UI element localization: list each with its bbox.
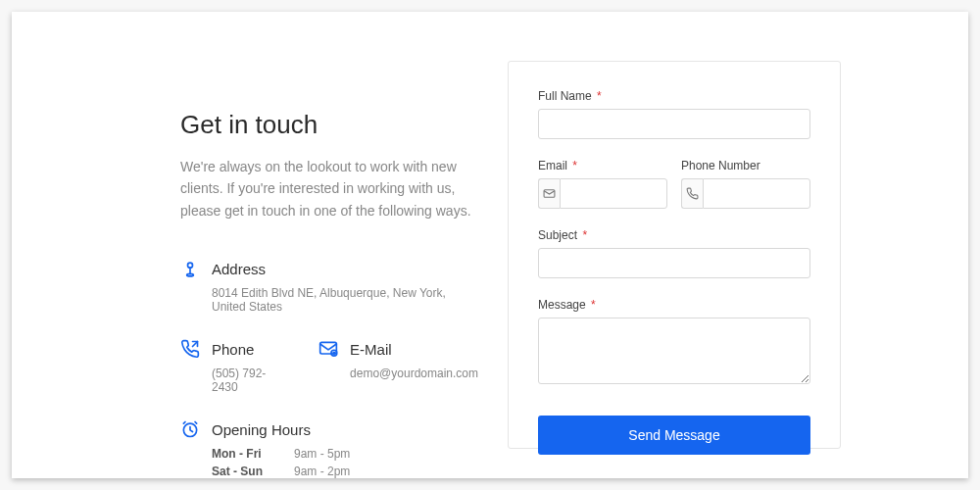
email-field-wrap: Email * bbox=[538, 159, 667, 209]
phone-title: Phone bbox=[212, 341, 254, 358]
hours-block: Opening Hours Mon - Fri 9am - 5pm Sat - … bbox=[180, 419, 478, 478]
email-value: demo@yourdomain.com bbox=[318, 367, 478, 380]
email-label: Email * bbox=[538, 159, 667, 172]
phone-field-wrap: Phone Number bbox=[681, 159, 810, 209]
mail-at-icon bbox=[318, 339, 338, 359]
hours-days: Sat - Sun bbox=[212, 465, 270, 478]
contact-info-panel: Get in touch We're always on the lookout… bbox=[12, 61, 508, 449]
hours-row: Mon - Fri 9am - 5pm bbox=[180, 447, 478, 461]
phone-label: Phone Number bbox=[681, 159, 810, 172]
full-name-input[interactable] bbox=[538, 109, 810, 139]
phone-out-icon bbox=[180, 339, 200, 359]
hours-row: Sat - Sun 9am - 2pm bbox=[180, 465, 478, 478]
subject-field-wrap: Subject * bbox=[538, 228, 810, 278]
page-title: Get in touch bbox=[180, 110, 478, 140]
contact-card: Get in touch We're always on the lookout… bbox=[12, 12, 968, 478]
message-label: Message * bbox=[538, 298, 810, 312]
email-input[interactable] bbox=[560, 178, 667, 209]
address-block: Address 8014 Edith Blvd NE, Albuquerque,… bbox=[180, 259, 478, 314]
phone-input[interactable] bbox=[703, 178, 810, 209]
subject-input[interactable] bbox=[538, 248, 810, 278]
send-message-button[interactable]: Send Message bbox=[538, 416, 810, 455]
mail-icon bbox=[538, 178, 560, 209]
intro-text: We're always on the lookout to work with… bbox=[180, 156, 474, 221]
full-name-field-wrap: Full Name * bbox=[538, 89, 810, 139]
full-name-label: Full Name * bbox=[538, 89, 810, 103]
address-value: 8014 Edith Blvd NE, Albuquerque, New Yor… bbox=[180, 286, 478, 314]
hours-days: Mon - Fri bbox=[212, 447, 270, 461]
message-textarea[interactable] bbox=[538, 318, 810, 384]
hours-times: 9am - 5pm bbox=[294, 447, 350, 461]
hours-title: Opening Hours bbox=[212, 421, 311, 438]
map-pin-icon bbox=[180, 259, 200, 278]
hours-times: 9am - 2pm bbox=[294, 465, 350, 478]
clock-icon bbox=[180, 419, 200, 439]
subject-label: Subject * bbox=[538, 228, 810, 242]
svg-point-5 bbox=[333, 353, 335, 355]
address-title: Address bbox=[212, 261, 266, 277]
email-block: E-Mail demo@yourdomain.com bbox=[318, 339, 478, 394]
phone-value: (505) 792-2430 bbox=[180, 367, 270, 394]
phone-block: Phone (505) 792-2430 bbox=[180, 339, 270, 394]
message-field-wrap: Message * bbox=[538, 298, 810, 388]
contact-form-panel: Full Name * Email * Phone Number bbox=[508, 61, 841, 449]
phone-icon bbox=[681, 178, 703, 209]
email-title: E-Mail bbox=[350, 341, 392, 358]
